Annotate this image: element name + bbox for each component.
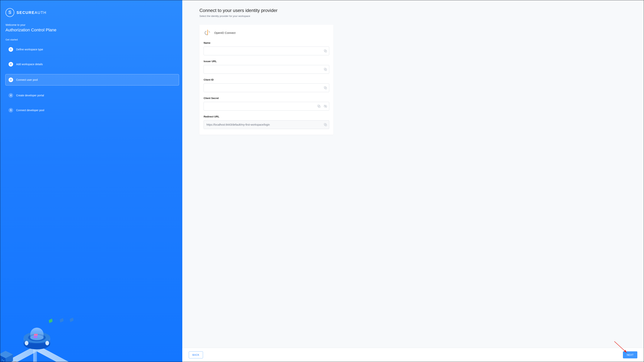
get-started-label: Get started: [0, 36, 182, 43]
svg-rect-3: [14, 361, 18, 362]
page-title: Connect to your users identity provider: [200, 8, 633, 13]
openid-icon: [204, 29, 211, 36]
sidebar: SECUREAUTH Welcome to your Authorization…: [0, 0, 182, 362]
step-label: Connect developer pool: [16, 109, 44, 112]
client-secret-label: Client Secret: [204, 97, 329, 100]
step-label: Connect user pool: [16, 78, 38, 81]
svg-point-19: [46, 341, 49, 345]
svg-point-14: [24, 338, 50, 349]
wizard-footer: BACK NEXT: [182, 348, 644, 362]
step-number: 1: [8, 47, 13, 52]
svg-rect-22: [34, 336, 38, 338]
svg-rect-15: [24, 338, 50, 344]
field-issuer-url: Issuer URL: [204, 60, 329, 74]
brand-strong: SECURE: [16, 10, 34, 15]
svg-point-16: [24, 332, 50, 343]
brand-mark-icon: [6, 8, 14, 17]
issuer-url-label: Issuer URL: [204, 60, 329, 63]
copy-icon[interactable]: [324, 49, 327, 53]
svg-rect-6: [70, 318, 74, 322]
client-id-input[interactable]: [204, 84, 329, 92]
brand-text: SECUREAUTH: [16, 10, 46, 15]
step-label: Create developer portal: [16, 94, 44, 97]
idp-form-card: OpenID Connect Name Issuer URL: [200, 25, 334, 135]
svg-point-12: [2, 360, 3, 360]
copy-icon[interactable]: [324, 123, 327, 126]
issuer-url-input[interactable]: [204, 65, 329, 74]
svg-marker-11: [6, 354, 13, 362]
step-define-workspace-type[interactable]: 1 Define workspace type: [6, 44, 179, 54]
step-connect-user-pool[interactable]: 3 Connect user pool: [5, 74, 179, 86]
brand-light: AUTH: [34, 10, 46, 15]
step-label: Define workspace type: [16, 48, 43, 51]
svg-point-20: [30, 335, 44, 340]
brand-logo: SECUREAUTH: [0, 0, 182, 22]
wizard-steps: 1 Define workspace type 2 Add workspace …: [0, 43, 182, 115]
back-button[interactable]: BACK: [189, 351, 203, 358]
step-create-developer-portal[interactable]: 4 Create developer portal: [6, 90, 179, 100]
field-redirect-url: Redirect URL: [204, 115, 329, 129]
field-name: Name: [204, 42, 329, 55]
client-id-label: Client ID: [204, 78, 329, 81]
sidebar-illustration: [0, 305, 77, 362]
svg-point-17: [28, 334, 46, 341]
copy-icon[interactable]: [324, 86, 327, 90]
step-number: 4: [8, 93, 13, 98]
next-button[interactable]: NEXT: [623, 351, 637, 358]
svg-rect-21: [34, 334, 38, 336]
redirect-url-label: Redirect URL: [204, 115, 329, 118]
redirect-url-input[interactable]: [204, 120, 329, 129]
name-label: Name: [204, 42, 329, 44]
step-number: 2: [8, 62, 13, 66]
svg-rect-4: [49, 318, 53, 323]
name-input[interactable]: [204, 46, 329, 55]
provider-name: OpenID Connect: [214, 31, 236, 34]
step-number: 5: [8, 108, 13, 112]
step-label: Add workspace details: [16, 63, 43, 66]
page-subtitle: Select the identity provider for your wo…: [200, 15, 633, 18]
step-add-workspace-details[interactable]: 2 Add workspace details: [6, 59, 179, 69]
copy-icon[interactable]: [324, 68, 327, 71]
client-secret-input[interactable]: [204, 102, 329, 110]
step-number: 3: [8, 78, 13, 82]
eye-off-icon[interactable]: [324, 104, 327, 108]
sidebar-title: Authorization Control Plane: [0, 27, 182, 36]
step-connect-developer-pool[interactable]: 5 Connect developer pool: [6, 105, 179, 115]
svg-point-18: [25, 341, 28, 345]
field-client-secret: Client Secret: [204, 97, 329, 110]
copy-icon[interactable]: [317, 104, 321, 108]
svg-marker-1: [0, 345, 42, 362]
svg-marker-0: [32, 345, 77, 362]
svg-marker-10: [0, 354, 6, 362]
provider-header: OpenID Connect: [204, 29, 329, 36]
svg-marker-9: [0, 351, 13, 358]
main-header: Connect to your users identity provider …: [182, 0, 644, 21]
svg-rect-5: [60, 318, 64, 322]
field-client-id: Client ID: [204, 78, 329, 92]
welcome-text: Welcome to your: [0, 22, 182, 27]
app-root: SECUREAUTH Welcome to your Authorization…: [0, 0, 644, 362]
main-body: OpenID Connect Name Issuer URL: [182, 21, 644, 348]
svg-point-13: [4, 360, 4, 361]
main-panel: Connect to your users identity provider …: [182, 0, 644, 362]
svg-marker-2: [33, 347, 37, 362]
